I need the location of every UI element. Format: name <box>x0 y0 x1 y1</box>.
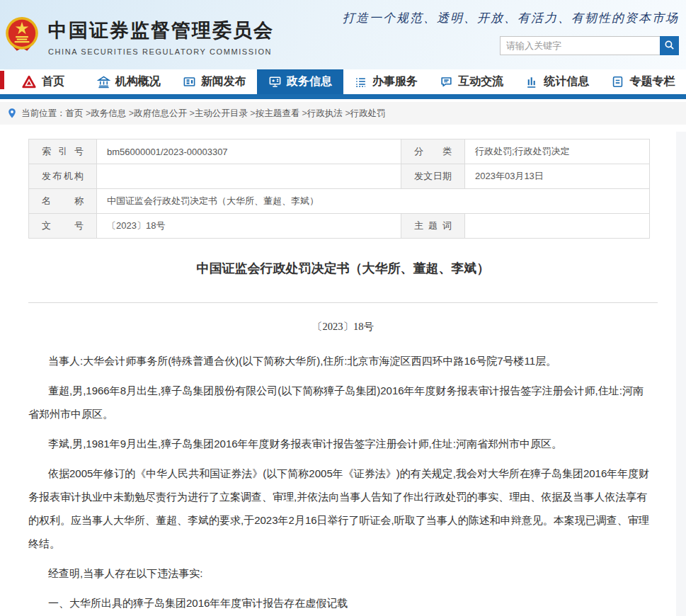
category-value: 行政处罚;行政处罚决定 <box>465 139 650 164</box>
breadcrumb-item[interactable]: 政府信息公开 <box>134 108 195 120</box>
paragraph: 李斌,男,1981年9月出生,獐子岛集团2016年年度财务报表审计报告签字注册会… <box>28 432 652 455</box>
org-name-cn: 中国证券监督管理委员会 <box>48 18 274 43</box>
nav-label: 办事服务 <box>372 74 418 89</box>
main-nav: 首页 机构概况 新闻发布 <box>0 69 686 99</box>
table-row: 名称 中国证监会行政处罚决定书（大华所、董超、李斌） <box>29 189 650 214</box>
nav-label: 首页 <box>42 74 64 89</box>
search-input[interactable] <box>500 36 660 55</box>
nav-label: 专题专栏 <box>629 74 675 89</box>
nav-item-statistics[interactable]: 统计信息 <box>515 69 600 94</box>
page: 中国证券监督管理委员会 CHINA SECURITIES REGULATORY … <box>0 0 686 616</box>
main-content: 索引号 bm56000001/2023-00003307 分类 行政处罚;行政处… <box>0 125 686 616</box>
nav-label: 机构概况 <box>115 74 161 89</box>
breadcrumb-prefix: 当前位置： <box>21 108 66 120</box>
chat-icon <box>440 75 453 89</box>
paragraph: 经查明,当事人存在以下违法事实: <box>28 561 652 585</box>
bar-chart-icon <box>525 75 539 89</box>
brand-text: 中国证券监督管理委员会 CHINA SECURITIES REGULATORY … <box>48 18 274 56</box>
nav-item-gov-info[interactable]: 政务信息 <box>257 69 343 94</box>
search-bar <box>500 36 679 55</box>
nav-label: 政务信息 <box>287 74 332 89</box>
nav-item-services[interactable]: 办事服务 <box>343 69 429 94</box>
header-right: 打造一个规范、透明、开放、有活力、有韧性的资本市场 <box>343 0 679 69</box>
keywords-value <box>465 214 650 239</box>
name-label: 名称 <box>29 189 97 214</box>
search-button[interactable] <box>660 36 679 55</box>
doc-number-label: 文号 <box>29 214 97 239</box>
nav-item-news[interactable]: 新闻发布 <box>171 69 257 94</box>
page-right-margin <box>676 132 686 616</box>
document-number: 〔2023〕18号 <box>28 320 658 333</box>
nav-label: 新闻发布 <box>201 74 246 89</box>
name-value: 中国证监会行政处罚决定书（大华所、董超、李斌） <box>97 189 650 214</box>
page-title: 中国证监会行政处罚决定书（大华所、董超、李斌） <box>28 260 658 277</box>
nav-label: 统计信息 <box>544 74 589 89</box>
csrc-logo-icon <box>21 74 37 90</box>
paragraph: 董超,男,1966年8月出生,獐子岛集团股份有限公司(以下简称獐子岛集团)201… <box>28 379 652 426</box>
table-row: 索引号 bm56000001/2023-00003307 分类 行政处罚;行政处… <box>29 139 650 164</box>
site-header: 中国证券监督管理委员会 CHINA SECURITIES REGULATORY … <box>0 0 686 69</box>
breadcrumb-item-home[interactable]: 首页 <box>66 108 91 120</box>
monitor-icon <box>268 75 282 89</box>
brand: 中国证券监督管理委员会 CHINA SECURITIES REGULATORY … <box>4 0 274 69</box>
location-pin-icon <box>7 108 17 119</box>
paragraph: 依据2005年修订的《中华人民共和国证券法》(以下简称2005年《证券法》)的有… <box>28 462 652 555</box>
breadcrumb-item[interactable]: 行政执法 <box>307 108 350 120</box>
issuer-label: 发布机构 <box>29 164 97 189</box>
nav-item-home[interactable]: 首页 <box>0 69 86 94</box>
form-icon <box>354 75 367 89</box>
news-icon <box>183 75 196 89</box>
nav-item-special-columns[interactable]: 专题专栏 <box>600 69 686 94</box>
nav-label: 互动交流 <box>458 74 503 89</box>
column-doc-icon <box>611 75 624 89</box>
nav-item-about[interactable]: 机构概况 <box>86 69 171 94</box>
title-divider <box>28 302 658 303</box>
category-label: 分类 <box>401 139 465 164</box>
table-row: 发布机构 发文日期 2023年03月13日 <box>29 164 650 189</box>
index-number-value: bm56000001/2023-00003307 <box>97 139 401 164</box>
breadcrumb-item-current[interactable]: 行政处罚 <box>350 108 386 120</box>
document-body: 当事人:大华会计师事务所(特殊普通合伙)(以下简称大华所),住所:北京市海淀区西… <box>28 349 658 616</box>
national-emblem-icon <box>4 16 40 58</box>
breadcrumb-item[interactable]: 按主题查看 <box>256 108 307 120</box>
org-name-en: CHINA SECURITIES REGULATORY COMMISSION <box>48 47 274 56</box>
bank-icon <box>97 75 110 89</box>
table-row: 文号 〔2023〕18号 主题词 <box>29 214 650 239</box>
index-number-label: 索引号 <box>29 139 97 164</box>
paragraph: 当事人:大华会计师事务所(特殊普通合伙)(以下简称大华所),住所:北京市海淀区西… <box>28 349 652 372</box>
paragraph: 一、大华所出具的獐子岛集团2016年年度审计报告存在虚假记载 <box>28 591 652 615</box>
keywords-label: 主题词 <box>401 214 465 239</box>
breadcrumb-item[interactable]: 主动公开目录 <box>195 108 256 120</box>
breadcrumb: 当前位置： 首页政务信息政府信息公开主动公开目录按主题查看行政执法行政处罚 <box>0 102 686 125</box>
doc-number-value: 〔2023〕18号 <box>97 214 401 239</box>
slogan: 打造一个规范、透明、开放、有活力、有韧性的资本市场 <box>343 10 679 26</box>
nav-item-interaction[interactable]: 互动交流 <box>429 69 515 94</box>
issue-date-value: 2023年03月13日 <box>465 164 650 189</box>
breadcrumb-item[interactable]: 政务信息 <box>91 108 134 120</box>
nav-left-accent <box>0 71 4 89</box>
issue-date-label: 发文日期 <box>401 164 465 189</box>
search-icon <box>663 39 675 53</box>
document-meta-table: 索引号 bm56000001/2023-00003307 分类 行政处罚;行政处… <box>28 139 650 239</box>
issuer-value <box>97 164 401 189</box>
